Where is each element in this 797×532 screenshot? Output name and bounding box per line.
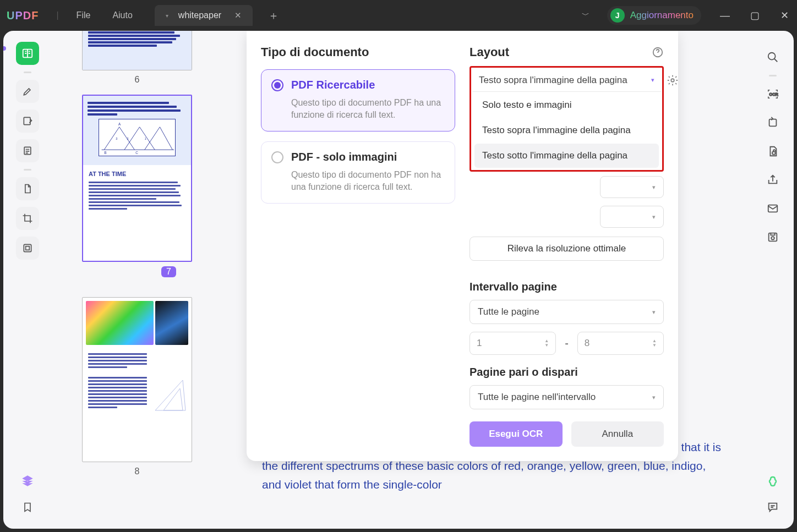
svg-rect-7 xyxy=(769,119,777,127)
svg-rect-8 xyxy=(772,152,776,155)
layout-title: Layout xyxy=(470,45,509,59)
chevron-down-icon[interactable]: ﹀ xyxy=(582,10,589,20)
menu-file[interactable]: File xyxy=(77,10,91,20)
tabbar: ▾ whitepaper ✕ ＋ xyxy=(155,5,279,26)
hidden-select-1[interactable]: ▾ xyxy=(600,176,664,198)
thumbnail-number: 6 xyxy=(67,75,207,85)
range-to-value: 8 xyxy=(585,338,589,349)
radio-desc: Questo tipo di documento PDF non ha una … xyxy=(271,169,445,193)
svg-text:OCR: OCR xyxy=(769,92,779,97)
right-toolbar: OCR xyxy=(756,35,789,524)
crop-tool-button[interactable] xyxy=(16,207,39,230)
detect-resolution-button[interactable]: Rileva la risoluzione ottimale xyxy=(470,237,664,261)
layout-dropdown-area: Testo sopra l'immagine della pagina ▾ So… xyxy=(470,66,664,172)
minimize-icon[interactable]: — xyxy=(719,10,731,21)
oddeven-select-value: Tutte le pagine nell'intervallo xyxy=(478,392,596,403)
doctype-option-imageonly[interactable]: PDF - solo immagini Questo tipo di docum… xyxy=(261,141,455,204)
rotate-icon[interactable] xyxy=(762,112,784,134)
edit-tool-button[interactable] xyxy=(16,109,39,133)
search-icon[interactable] xyxy=(762,46,784,68)
close-window-icon[interactable]: ✕ xyxy=(778,9,790,21)
lock-page-icon[interactable] xyxy=(762,140,784,162)
ocr-panel: Tipo di documento PDF Ricercabile Questo… xyxy=(247,31,678,461)
app-logo: UPDF xyxy=(7,9,39,22)
stepper-icon[interactable]: ▲▼ xyxy=(652,339,657,348)
radio-icon xyxy=(271,151,283,163)
avatar: J xyxy=(610,8,625,23)
svg-text:B: B xyxy=(104,151,106,155)
range-to-input[interactable]: 8 ▲▼ xyxy=(577,332,664,355)
gear-icon[interactable] xyxy=(667,74,679,86)
chevron-down-icon: ▾ xyxy=(651,76,654,84)
doctype-option-searchable[interactable]: PDF Ricercabile Questo tipo di documento… xyxy=(261,69,455,131)
doctype-title: Tipo di documento xyxy=(261,45,455,59)
highlight-tool-button[interactable] xyxy=(16,80,39,103)
run-ocr-button[interactable]: Esegui OCR xyxy=(470,421,563,447)
svg-text:3: 3 xyxy=(116,137,117,140)
svg-text:A: A xyxy=(118,122,121,126)
layout-option-1[interactable]: Solo testo e immagini xyxy=(474,93,659,117)
layout-selected-value: Testo sopra l'immagine della pagina xyxy=(479,75,627,86)
left-toolbar xyxy=(8,35,47,524)
tab-menu-icon[interactable]: ▾ xyxy=(166,13,168,19)
bookmark-button[interactable] xyxy=(22,501,33,515)
chevron-down-icon: ▾ xyxy=(652,309,656,316)
range-from-value: 1 xyxy=(477,338,482,349)
thumbnail-page-7[interactable]: A 3 2 1 B C AT THE TIME xyxy=(82,95,192,262)
svg-point-11 xyxy=(771,237,774,240)
document-tab[interactable]: ▾ whitepaper ✕ xyxy=(155,5,253,26)
new-tab-button[interactable]: ＋ xyxy=(268,8,279,23)
radio-label: PDF - solo immagini xyxy=(291,151,397,163)
thumbnail-panel[interactable]: 6 A 3 2 1 B xyxy=(54,31,219,529)
thumbnail-number-selected: 7 xyxy=(161,266,176,277)
user-chip[interactable]: J Aggiornamento xyxy=(607,6,701,25)
workspace: OCR 6 xyxy=(3,31,794,529)
svg-rect-4 xyxy=(26,246,30,250)
range-select-value: Tutte le pagine xyxy=(478,306,539,317)
cancel-button[interactable]: Annulla xyxy=(571,421,664,447)
menu-help[interactable]: Aiuto xyxy=(112,10,132,20)
help-icon[interactable] xyxy=(652,46,664,58)
radio-desc: Questo tipo di documento PDF ha una funz… xyxy=(271,97,445,121)
radio-label: PDF Ricercabile xyxy=(291,79,375,91)
range-title: Intervallo pagine xyxy=(470,281,664,293)
close-icon[interactable]: ✕ xyxy=(234,10,242,20)
range-dash: - xyxy=(565,337,569,350)
range-select[interactable]: Tutte le pagine ▾ xyxy=(470,300,664,324)
form-tool-button[interactable] xyxy=(16,177,39,200)
svg-rect-3 xyxy=(24,244,31,251)
svg-text:C: C xyxy=(135,151,138,155)
comment-icon[interactable] xyxy=(767,501,779,515)
svg-marker-20 xyxy=(163,388,183,410)
thumbnail-page-8[interactable] xyxy=(82,297,192,462)
svg-text:1: 1 xyxy=(145,137,146,140)
oddeven-select[interactable]: Tutte le pagine nell'intervallo ▾ xyxy=(470,385,664,409)
layers-button[interactable] xyxy=(20,474,35,490)
svg-rect-1 xyxy=(24,117,30,124)
mail-icon[interactable] xyxy=(762,198,784,220)
range-from-input[interactable]: 1 ▲▼ xyxy=(470,332,556,355)
svg-point-22 xyxy=(672,79,675,82)
ai-icon[interactable] xyxy=(766,475,779,490)
save-icon[interactable] xyxy=(762,226,784,248)
svg-text:2: 2 xyxy=(127,137,129,140)
radio-icon xyxy=(271,79,283,91)
layout-option-2[interactable]: Testo sopra l'immagine della pagina xyxy=(474,118,659,142)
indicator-dot xyxy=(3,46,6,51)
redact-tool-button[interactable] xyxy=(16,237,39,260)
chevron-down-icon: ▾ xyxy=(652,394,656,401)
pages-tool-button[interactable] xyxy=(16,139,39,162)
thumbnail-page-6[interactable] xyxy=(82,31,192,70)
oddeven-title: Pagine pari o dispari xyxy=(470,366,664,379)
share-icon[interactable] xyxy=(762,169,784,191)
hidden-select-2[interactable]: ▾ xyxy=(600,206,664,228)
reader-mode-button[interactable] xyxy=(16,42,39,65)
tab-title: whitepaper xyxy=(178,10,221,20)
maximize-icon[interactable]: ▢ xyxy=(749,9,761,21)
thumbnail-number: 8 xyxy=(67,467,207,476)
layout-select[interactable]: Testo sopra l'immagine della pagina ▾ xyxy=(472,69,661,92)
user-label: Aggiornamento xyxy=(630,10,694,21)
ocr-icon[interactable]: OCR xyxy=(762,83,784,105)
stepper-icon[interactable]: ▲▼ xyxy=(544,339,549,348)
layout-option-3[interactable]: Testo sotto l'immagine della pagina xyxy=(474,144,659,168)
